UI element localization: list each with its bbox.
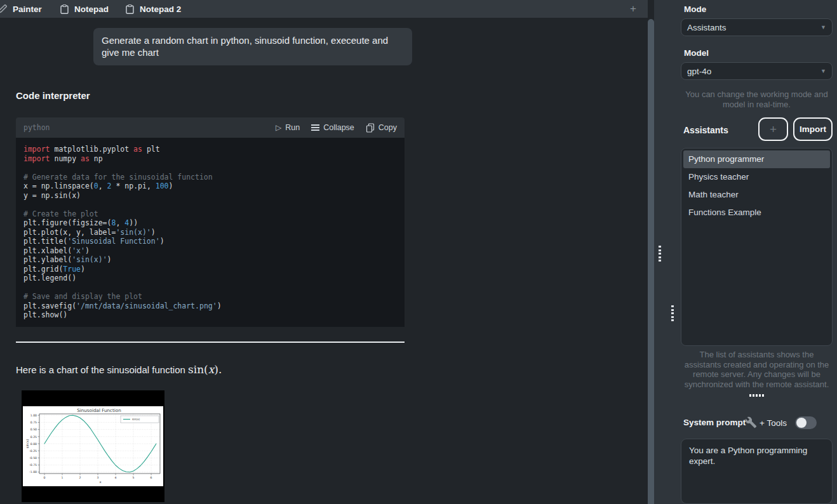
code-line: import numpy as np [23,154,397,164]
code-line: y = np.sin(x) [23,191,397,201]
code-line [23,163,397,173]
svg-text:5: 5 [133,476,135,479]
chevron-down-icon: ▼ [820,24,826,30]
svg-text:-1.00: -1.00 [29,470,37,474]
svg-text:0.50: 0.50 [30,428,37,431]
model-value: gpt-4o [687,67,711,76]
import-label: Import [800,124,826,134]
svg-text:1.00: 1.00 [30,414,37,417]
system-prompt-label: System prompt [683,418,746,427]
plus-icon: + [770,123,777,136]
new-tab-button[interactable]: + [630,0,636,18]
code-line: plt.show() [23,310,397,320]
code-line: import matplotlib.pyplot as plt [23,145,397,154]
tab-notepad-2[interactable]: Notepad 2 [126,0,181,18]
svg-text:1: 1 [62,476,64,479]
chart-image[interactable]: Sinusoidal Function01234561.000.750.500.… [22,390,164,502]
response-text: Here is a chart of the sinusoidal functi… [16,364,188,375]
svg-text:0.75: 0.75 [30,421,37,424]
model-select[interactable]: gpt-4o ▼ [681,62,833,80]
svg-text:0.00: 0.00 [30,442,37,446]
code-line: plt.title('Sinusoidal Function') [23,237,397,246]
tools-label: + Tools [760,418,787,428]
wrench-icon [745,416,757,428]
svg-text:-0.75: -0.75 [29,463,37,467]
right-panel: Mode Assistants ▼ Model gpt-4o ▼ You can… [654,0,837,504]
inline-math: sin(x). [188,363,222,376]
collapse-button[interactable]: Collapse [311,123,354,132]
code-block: python ▷ Run Collapse Copy import matplo… [16,117,405,327]
mode-label: Mode [684,4,706,14]
svg-text:2: 2 [79,476,81,479]
tab-label: Painter [13,4,42,14]
collapse-label: Collapse [323,123,354,132]
svg-text:0: 0 [44,476,46,479]
svg-text:-0.50: -0.50 [29,456,37,460]
tab-bar: PainterNotepadNotepad 2 + [0,0,648,18]
drag-handle-dots-icon[interactable] [749,394,765,397]
clipboard-icon [60,4,69,14]
tab-painter[interactable]: Painter [0,0,42,18]
code-line: x = np.linspace(0, 2 * np.pi, 100) [23,182,397,191]
play-icon: ▷ [276,124,281,131]
tab-label: Notepad [74,4,109,14]
code-line: plt.xlabel('x') [23,246,397,256]
system-prompt-row: System prompt + Tools [681,416,833,430]
assistant-response: Here is a chart of the sinusoidal functi… [16,363,222,376]
run-label: Run [285,123,300,132]
svg-text:3: 3 [97,476,99,479]
assistants-label: Assistants [683,125,728,135]
svg-text:4: 4 [115,476,117,479]
code-line [23,283,397,293]
system-prompt-input[interactable]: You are a Python programming expert. [681,439,833,504]
add-assistant-button[interactable]: + [758,117,788,141]
toggle-knob [796,418,807,428]
panel-resize-handle-icon[interactable] [659,246,661,262]
panel-resize-handle-icon[interactable] [671,305,674,322]
code-line: # Create the plot [23,209,397,219]
code-line: # Generate data for the sinusoidal funct… [23,173,397,182]
tab-label: Notepad 2 [140,4,181,14]
code-line: # Save and display the plot [23,292,397,302]
tab-notepad[interactable]: Notepad [60,0,109,18]
code-line [23,200,397,209]
svg-text:-0.25: -0.25 [29,449,37,453]
model-label: Model [684,48,709,58]
assistant-item-math-teacher[interactable]: Math teacher [683,186,830,204]
svg-text:Sinusoidal Function: Sinusoidal Function [77,408,121,413]
message-divider [16,342,405,343]
assistants-list: Python programmerPhysics teacherMath tea… [681,148,833,346]
chevron-down-icon: ▼ [820,68,826,74]
chat-scrollbar[interactable] [648,19,654,504]
sinusoid-chart: Sinusoidal Function01234561.000.750.500.… [22,390,164,502]
svg-text:6: 6 [151,476,152,479]
assistants-hint-text: The list of assistants shows the assista… [681,350,833,389]
copy-label: Copy [378,123,397,132]
mode-select[interactable]: Assistants ▼ [681,18,833,36]
code-content: import matplotlib.pyplot as pltimport nu… [16,138,405,327]
code-interpreter-heading: Code interpreter [16,90,90,101]
user-message: Generate a random chart in python, sinus… [93,28,412,65]
clipboard-icon [126,4,134,14]
svg-text:0.25: 0.25 [30,435,37,439]
code-line: plt.grid(True) [23,265,397,274]
code-language-label: python [23,123,50,132]
code-line: plt.figure(figsize=(8, 4)) [23,218,397,228]
svg-text:sin(x): sin(x) [132,418,140,421]
copy-button[interactable]: Copy [366,123,397,133]
run-button[interactable]: ▷ Run [276,123,300,132]
mode-hint-text: You can change the working mode and mode… [681,90,833,109]
copy-icon [366,123,375,133]
assistant-item-functions-example[interactable]: Functions Example [683,204,830,222]
mode-value: Assistants [687,23,727,32]
import-assistant-button[interactable]: Import [793,117,833,141]
assistant-item-physics-teacher[interactable]: Physics teacher [683,168,830,186]
brush-icon [0,4,7,13]
code-line: plt.legend() [23,274,397,283]
collapse-icon [311,124,319,131]
svg-text:x: x [99,480,101,484]
code-line: plt.plot(x, y, label='sin(x)') [23,228,397,237]
assistant-item-python-programmer[interactable]: Python programmer [683,150,830,168]
tools-toggle[interactable] [795,416,817,429]
code-block-header: python ▷ Run Collapse Copy [16,117,405,138]
